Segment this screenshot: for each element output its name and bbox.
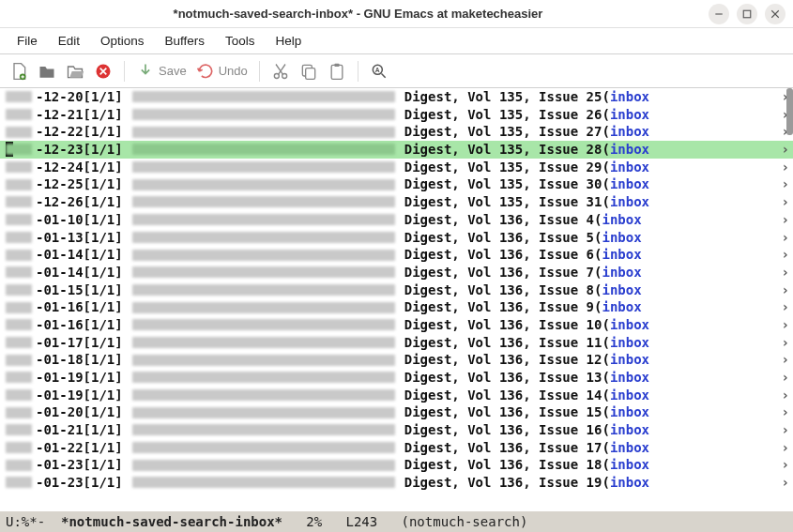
message-row[interactable]: -01-19 [1/1] Digest, Vol 136, Issue 13 (… [0, 369, 793, 387]
message-row[interactable]: -01-23 [1/1] Digest, Vol 136, Issue 18 (… [0, 456, 793, 474]
menu-help[interactable]: Help [267, 30, 312, 52]
message-row[interactable]: -01-16 [1/1] Digest, Vol 136, Issue 9 (i… [0, 298, 793, 316]
message-row[interactable]: -12-25 [1/1] Digest, Vol 135, Issue 30 (… [0, 175, 793, 193]
redacted-sender [132, 144, 395, 155]
menu-edit[interactable]: Edit [49, 30, 89, 52]
message-row[interactable]: -01-17 [1/1] Digest, Vol 136, Issue 11 (… [0, 334, 793, 352]
menu-tools[interactable]: Tools [216, 30, 265, 52]
redacted-sender [132, 284, 395, 296]
message-row[interactable]: -12-24 [1/1] Digest, Vol 135, Issue 29 (… [0, 159, 793, 176]
message-subject: Digest, Vol 136, Issue 4 [404, 211, 594, 229]
message-date: -01-22 [36, 439, 84, 457]
open-folder-button[interactable] [66, 62, 84, 81]
tag-open-paren: ( [602, 403, 609, 421]
menu-file[interactable]: File [8, 30, 47, 52]
message-subject: Digest, Vol 135, Issue 26 [404, 106, 602, 124]
minimize-button[interactable] [709, 4, 729, 24]
redacted-sender [132, 442, 395, 453]
message-date: -12-22 [36, 123, 84, 141]
buffer-content[interactable]: -12-20 [1/1] Digest, Vol 135, Issue 25 (… [0, 88, 793, 511]
continuation-arrow-icon: › [782, 264, 789, 281]
tag-open-paren: ( [602, 474, 609, 492]
padding [642, 298, 649, 316]
modeline-line: L243 [345, 514, 377, 529]
message-row[interactable]: -01-14 [1/1] Digest, Vol 136, Issue 7 (i… [0, 264, 793, 281]
message-tag: inbox [610, 106, 649, 124]
message-row[interactable]: -01-21 [1/1] Digest, Vol 136, Issue 16 (… [0, 421, 793, 439]
window-controls [709, 4, 785, 24]
message-row[interactable]: -12-26 [1/1] Digest, Vol 135, Issue 31 (… [0, 193, 793, 211]
paste-button[interactable] [328, 62, 346, 81]
message-row[interactable]: -12-21 [1/1] Digest, Vol 135, Issue 26 (… [0, 106, 793, 124]
message-date: -01-18 [36, 351, 84, 369]
message-subject: Digest, Vol 136, Issue 15 [404, 403, 602, 421]
message-row[interactable]: -01-10 [1/1] Digest, Vol 136, Issue 4 (i… [0, 211, 793, 229]
message-tag: inbox [610, 369, 649, 387]
redacted-author [6, 232, 32, 243]
open-file-button[interactable] [38, 62, 56, 81]
message-row[interactable]: -01-20 [1/1] Digest, Vol 136, Issue 15 (… [0, 403, 793, 421]
message-row[interactable]: -01-15 [1/1] Digest, Vol 136, Issue 8 (i… [0, 281, 793, 299]
message-count: [1/1] [84, 123, 123, 141]
message-subject: Digest, Vol 136, Issue 8 [404, 281, 594, 299]
undo-button[interactable]: Undo [196, 62, 248, 81]
redacted-author [6, 355, 32, 366]
message-count: [1/1] [84, 88, 123, 106]
copy-button[interactable] [299, 62, 318, 81]
tag-open-paren: ( [594, 229, 602, 247]
search-button[interactable]: A [370, 62, 389, 81]
message-row[interactable]: -01-22 [1/1] Digest, Vol 136, Issue 17 (… [0, 439, 793, 457]
maximize-button[interactable] [737, 4, 757, 24]
message-date: -12-24 [36, 159, 84, 176]
message-subject: Digest, Vol 135, Issue 30 [404, 175, 602, 193]
menu-bar: File Edit Options Buffers Tools Help [0, 28, 793, 54]
new-file-button[interactable] [9, 62, 28, 81]
message-count: [1/1] [84, 193, 123, 211]
message-tag: inbox [610, 175, 649, 193]
modeline-percent: 2% [306, 514, 322, 529]
redacted-sender [132, 161, 395, 173]
redacted-sender [132, 179, 395, 190]
message-subject: Digest, Vol 136, Issue 10 [404, 316, 602, 334]
tool-bar: Save Undo A [0, 54, 793, 88]
continuation-arrow-icon: › [782, 387, 789, 404]
message-subject: Digest, Vol 136, Issue 16 [404, 421, 602, 439]
message-row[interactable]: -01-13 [1/1] Digest, Vol 136, Issue 5 (i… [0, 229, 793, 247]
message-tag: inbox [610, 141, 649, 159]
message-subject: Digest, Vol 136, Issue 12 [404, 351, 602, 369]
message-row[interactable]: -01-14 [1/1] Digest, Vol 136, Issue 6 (i… [0, 246, 793, 264]
continuation-arrow-icon: › [782, 421, 789, 439]
redacted-author [6, 250, 32, 261]
message-count: [1/1] [84, 106, 123, 124]
toolbar-separator [124, 61, 125, 82]
menu-buffers[interactable]: Buffers [156, 30, 215, 52]
redacted-sender [132, 302, 395, 313]
message-tag: inbox [610, 193, 649, 211]
message-row[interactable]: -01-19 [1/1] Digest, Vol 136, Issue 14 (… [0, 387, 793, 404]
message-date: -01-14 [36, 264, 84, 281]
message-row[interactable]: -12-23 [1/1] Digest, Vol 135, Issue 28 (… [0, 141, 793, 159]
message-tag: inbox [602, 246, 641, 264]
cut-button[interactable] [271, 62, 290, 81]
message-row[interactable]: -12-22 [1/1] Digest, Vol 135, Issue 27 (… [0, 123, 793, 141]
message-date: -01-10 [36, 211, 84, 229]
message-row[interactable]: -01-16 [1/1] Digest, Vol 136, Issue 10 (… [0, 316, 793, 334]
tag-open-paren: ( [602, 351, 609, 369]
close-button[interactable] [765, 4, 785, 24]
continuation-arrow-icon: › [782, 369, 789, 387]
save-button[interactable]: Save [136, 62, 187, 81]
message-row[interactable]: -01-18 [1/1] Digest, Vol 136, Issue 12 (… [0, 351, 793, 369]
redacted-author [6, 389, 32, 401]
message-row[interactable]: -12-20 [1/1] Digest, Vol 135, Issue 25 (… [0, 88, 793, 106]
message-subject: Digest, Vol 135, Issue 27 [404, 123, 602, 141]
message-row[interactable]: -01-23 [1/1] Digest, Vol 136, Issue 19 (… [0, 474, 793, 492]
message-tag: inbox [610, 351, 649, 369]
message-tag: inbox [610, 88, 649, 106]
toolbar-separator [259, 61, 260, 82]
menu-options[interactable]: Options [91, 30, 154, 52]
scrollbar-thumb[interactable] [786, 88, 793, 135]
message-date: -01-16 [36, 316, 84, 334]
message-tag: inbox [610, 421, 649, 439]
continuation-arrow-icon: › [782, 193, 789, 211]
close-file-button[interactable] [94, 62, 113, 81]
